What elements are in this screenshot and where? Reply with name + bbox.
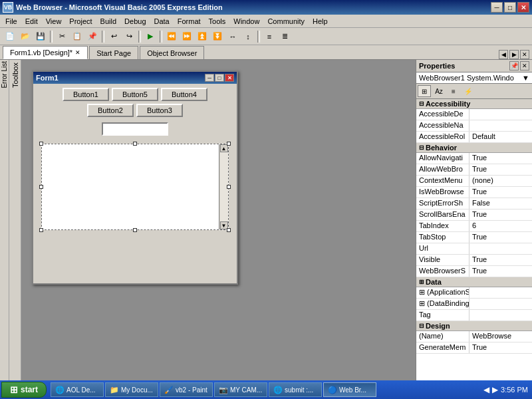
taskbar-item-paint[interactable]: 🖌️ vb2 - Paint: [160, 382, 213, 397]
prop-row-contextmenu[interactable]: ContextMenu (none): [416, 176, 532, 187]
prop-row-scrollbars[interactable]: ScrollBarsEna True: [416, 209, 532, 221]
tab-start-page[interactable]: Start Page: [89, 46, 138, 59]
toolbar-copy[interactable]: 📋: [70, 29, 84, 44]
prop-row-accessibledesc[interactable]: AccessibleDe: [416, 109, 532, 120]
prop-row-name[interactable]: (Name) WebBrowse: [416, 331, 532, 342]
props-event-btn[interactable]: ⚡: [462, 85, 475, 97]
section-behavior[interactable]: ⊟ Behavior: [416, 143, 532, 153]
menu-project[interactable]: Project: [65, 16, 96, 27]
prop-row-tabstop[interactable]: TabStop True: [416, 232, 532, 243]
prop-row-allownavigation[interactable]: AllowNavigati True: [416, 153, 532, 164]
menu-data[interactable]: Data: [150, 16, 174, 27]
menu-file[interactable]: File: [1, 16, 21, 27]
taskbar-item-cam[interactable]: 📷 MY CAM...: [214, 382, 267, 397]
toolbar-b7[interactable]: ≡: [262, 29, 277, 44]
props-pin-btn[interactable]: 📌: [509, 61, 519, 70]
prop-row-scripterrors[interactable]: ScriptErrorSh False: [416, 198, 532, 209]
handle-mid-right[interactable]: [227, 185, 231, 189]
toolbar-run[interactable]: ▶: [143, 29, 158, 44]
handle-mid-left[interactable]: [39, 185, 43, 189]
handle-bot-center[interactable]: [133, 228, 137, 232]
menu-build[interactable]: Build: [96, 16, 120, 27]
prop-row-databindings[interactable]: ⊞ (DataBindings: [416, 299, 532, 310]
menu-view[interactable]: View: [42, 16, 66, 27]
toolbar-b2[interactable]: ⏩: [180, 29, 194, 44]
toolbar-new[interactable]: 📄: [3, 29, 17, 44]
props-categorized-btn[interactable]: ⊞: [418, 85, 431, 97]
taskbar-item-submit[interactable]: 🌐 submit :...: [269, 382, 322, 397]
start-button[interactable]: ⊞ start: [1, 382, 47, 398]
toolbar-b8[interactable]: ≣: [277, 29, 292, 44]
prop-row-accessiblerole[interactable]: AccessibleRol Default: [416, 132, 532, 143]
section-accessibility[interactable]: ⊟ Accessibility: [416, 99, 532, 109]
prop-row-webbrowsers[interactable]: WebBrowserS True: [416, 266, 532, 277]
toolbar-b3[interactable]: ⏫: [195, 29, 209, 44]
taskbar-item-mydocs[interactable]: 📁 My Docu...: [105, 382, 158, 397]
taskbar-item-webbr[interactable]: 🔵 Web Br...: [323, 382, 376, 397]
form-button2[interactable]: Button2: [87, 104, 134, 117]
props-alpha-btn[interactable]: Az: [432, 85, 446, 97]
prop-row-iswebbrowse[interactable]: IsWebBrowse True: [416, 187, 532, 198]
webbrowser-control[interactable]: ▲ ▼: [41, 144, 229, 230]
section-design[interactable]: ⊟ Design: [416, 321, 532, 331]
prop-row-tabindex[interactable]: TabIndex 6: [416, 221, 532, 232]
form-restore-btn[interactable]: □: [215, 74, 224, 82]
section-data[interactable]: ⊞ Data: [416, 277, 532, 287]
toolbar-redo[interactable]: ↪: [122, 29, 136, 44]
tab-scroll-right[interactable]: ▶: [509, 50, 519, 59]
toolbar-b1[interactable]: ⏪: [164, 29, 179, 44]
prop-row-tag[interactable]: Tag: [416, 310, 532, 321]
close-button[interactable]: ✕: [517, 2, 529, 13]
toolbar-b4[interactable]: ⏬: [210, 29, 225, 44]
toolbar-open[interactable]: 📂: [18, 29, 33, 44]
tab-form-design[interactable]: Form1.vb [Design]* ✕: [3, 46, 88, 59]
toolbox-label[interactable]: Toolbox: [10, 60, 21, 90]
props-prop-btn[interactable]: ≡: [447, 85, 460, 97]
error-list-label[interactable]: Error List: [1, 61, 8, 88]
toolbar-undo[interactable]: ↩: [106, 29, 121, 44]
title-bar-buttons[interactable]: ─ □ ✕: [491, 2, 529, 13]
form-close-btn[interactable]: ✕: [225, 74, 234, 82]
prop-row-generatemem[interactable]: GenerateMem True: [416, 342, 532, 354]
props-close-btn[interactable]: ✕: [520, 61, 529, 70]
form-button1[interactable]: Button1: [63, 88, 109, 101]
toolbar-b6[interactable]: ↕: [241, 29, 255, 44]
form-textbox[interactable]: [102, 122, 168, 136]
tab-close-active[interactable]: ✕: [520, 50, 529, 59]
props-object-selector[interactable]: WebBrowser1 System.Windo ▼: [416, 72, 532, 84]
handle-top-left[interactable]: [39, 142, 43, 146]
toolbar-save[interactable]: 💾: [33, 29, 48, 44]
taskbar-item-aol[interactable]: 🌐 AOL De...: [51, 382, 104, 397]
menu-window[interactable]: Window: [229, 16, 263, 27]
maximize-button[interactable]: □: [504, 2, 516, 13]
menu-edit[interactable]: Edit: [21, 16, 42, 27]
toolbar-paste[interactable]: 📌: [85, 29, 100, 44]
toolbar-cut[interactable]: ✂: [55, 29, 69, 44]
tab-form-design-close[interactable]: ✕: [75, 49, 80, 56]
form-button4[interactable]: Button4: [161, 88, 207, 101]
menu-help[interactable]: Help: [309, 16, 332, 27]
prop-row-allowwebbro[interactable]: AllowWebBro True: [416, 164, 532, 176]
handle-top-right[interactable]: [227, 142, 231, 146]
form-title-buttons[interactable]: ─ □ ✕: [205, 74, 234, 82]
prop-row-accessiblename[interactable]: AccessibleNa: [416, 120, 532, 132]
menu-tools[interactable]: Tools: [205, 16, 230, 27]
prop-value-accessibledesc: [469, 109, 532, 120]
menu-format[interactable]: Format: [174, 16, 205, 27]
tab-scroll-left[interactable]: ◀: [499, 50, 508, 59]
props-dropdown-icon[interactable]: ▼: [522, 74, 529, 82]
minimize-button[interactable]: ─: [491, 2, 503, 13]
tab-object-browser[interactable]: Object Browser: [140, 46, 204, 59]
prop-row-url[interactable]: Url: [416, 243, 532, 255]
handle-bot-left[interactable]: [39, 228, 43, 232]
prop-row-appset[interactable]: ⊞ (ApplicationSe: [416, 287, 532, 299]
toolbar-b5[interactable]: ↔: [225, 29, 240, 44]
form-button5[interactable]: Button5: [112, 88, 158, 101]
handle-bot-right[interactable]: [227, 228, 231, 232]
form-button3[interactable]: Button3: [136, 104, 183, 117]
menu-debug[interactable]: Debug: [120, 16, 150, 27]
menu-community[interactable]: Community: [263, 16, 309, 27]
handle-top-center[interactable]: [133, 142, 137, 146]
form-minimize-btn[interactable]: ─: [205, 74, 214, 82]
prop-row-visible[interactable]: Visible True: [416, 255, 532, 266]
